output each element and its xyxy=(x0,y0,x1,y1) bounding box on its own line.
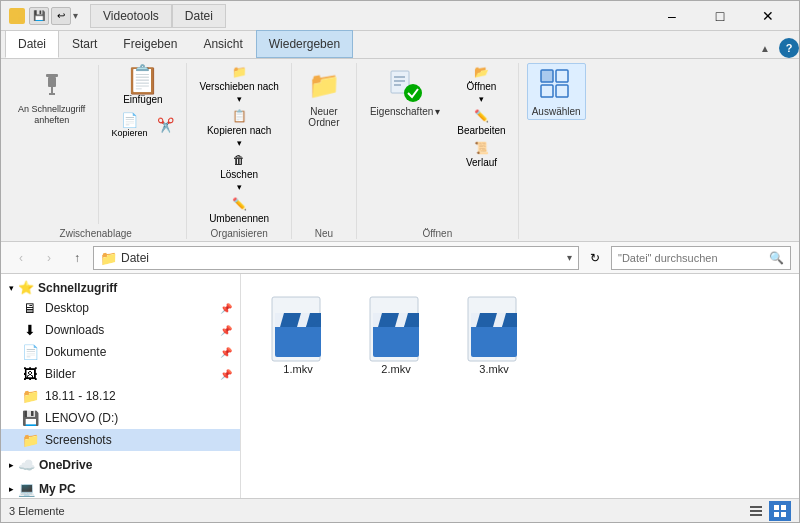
pin-icon xyxy=(34,66,70,102)
minimize-button[interactable]: – xyxy=(649,2,695,30)
svg-rect-14 xyxy=(541,70,553,82)
oeffnen-label: Öffnen xyxy=(467,81,497,92)
group-auswaehlen: Auswählen xyxy=(519,63,594,239)
up-button[interactable]: ↑ xyxy=(65,246,89,270)
status-text: 3 Elemente xyxy=(9,505,65,517)
svg-rect-42 xyxy=(774,505,779,510)
kopieren-button[interactable]: 📄 Kopieren xyxy=(107,110,151,140)
delete-label: Löschen xyxy=(220,169,258,180)
file-item-1mkv[interactable]: 1.mkv xyxy=(253,286,343,384)
titlebar-left: 💾 ↩ ▾ Videotools Datei xyxy=(9,4,226,28)
help-button[interactable]: ? xyxy=(779,38,799,58)
eigenschaften-arrow[interactable]: ▾ xyxy=(435,106,440,117)
customize-quick-btn[interactable]: ▾ xyxy=(73,10,78,21)
bilder-label: Bilder xyxy=(45,367,214,381)
tab-ansicht[interactable]: Ansicht xyxy=(190,30,255,58)
neuer-ordner-button[interactable]: 📁 NeuerOrdner xyxy=(300,63,348,131)
sidebar-item-bilder[interactable]: 🖼 Bilder 📌 xyxy=(1,363,240,385)
pin-to-quickaccess-button[interactable]: An Schnellzugriffanheften xyxy=(13,63,90,129)
svg-rect-41 xyxy=(750,514,762,516)
sidebar-item-desktop[interactable]: 🖥 Desktop 📌 xyxy=(1,297,240,319)
group-organisieren-items: 📁 Verschieben nach ▾ 📋 Kopieren nach ▾ 🗑… xyxy=(195,63,283,226)
ribbon: Datei Start Freigeben Ansicht Wiedergebe… xyxy=(1,31,799,242)
sidebar-item-screenshots[interactable]: 📁 Screenshots xyxy=(1,429,240,451)
oeffnen-button[interactable]: 📂 Öffnen ▾ xyxy=(453,63,509,106)
address-text: Datei xyxy=(121,251,149,265)
screenshots-label: Screenshots xyxy=(45,433,232,447)
close-button[interactable]: ✕ xyxy=(745,2,791,30)
refresh-button[interactable]: ↻ xyxy=(583,246,607,270)
content-area: 1.mkv 2.mkv xyxy=(241,274,799,498)
sidebar-section-mypc: ▸ 💻 My PC 🎮 3D-Objekte xyxy=(1,479,240,498)
eigenschaften-button[interactable]: Eigenschaften ▾ xyxy=(365,63,445,120)
sidebar-item-dokumente[interactable]: 📄 Dokumente 📌 xyxy=(1,341,240,363)
window-controls: – □ ✕ xyxy=(649,2,791,30)
view-buttons xyxy=(745,501,791,521)
tab-start[interactable]: Start xyxy=(59,30,110,58)
rename-icon: ✏️ xyxy=(232,197,247,211)
address-dropdown-arrow[interactable]: ▾ xyxy=(567,252,572,263)
tab-freigeben[interactable]: Freigeben xyxy=(110,30,190,58)
delete-button[interactable]: 🗑 Löschen ▾ xyxy=(195,151,283,194)
eigenschaften-label: Eigenschaften ▾ xyxy=(370,106,440,117)
svg-rect-43 xyxy=(781,505,786,510)
tab-wiedergeben[interactable]: Wiedergeben xyxy=(256,30,353,58)
ribbon-collapse-btn[interactable]: ▲ xyxy=(755,38,775,58)
zwischenablage-label: Zwischenablage xyxy=(60,228,132,239)
addressbar: ‹ › ↑ 📁 Datei ▾ ↻ 🔍 xyxy=(1,242,799,274)
quick-access-toolbar: 💾 ↩ ▾ xyxy=(29,7,78,25)
copy-to-button[interactable]: 📋 Kopieren nach ▾ xyxy=(195,107,283,150)
back-button[interactable]: ‹ xyxy=(9,246,33,270)
address-box[interactable]: 📁 Datei ▾ xyxy=(93,246,579,270)
undo-quick-btn[interactable]: ↩ xyxy=(51,7,71,25)
rename-button[interactable]: ✏️ Umbenennen xyxy=(195,195,283,226)
divider xyxy=(98,65,99,224)
dokumente-pin: 📌 xyxy=(220,347,232,358)
neu-label: Neu xyxy=(315,228,333,239)
downloads-icon: ⬇ xyxy=(21,322,39,338)
group-zwischenablage: An Schnellzugriffanheften 📋 Einfügen 📄 K xyxy=(5,63,187,239)
bearbeiten-icon: ✏️ xyxy=(474,109,489,123)
tab-videotools[interactable]: Videotools xyxy=(90,4,172,28)
sidebar-mypc-header[interactable]: ▸ 💻 My PC xyxy=(1,479,240,498)
file-icon-1mkv xyxy=(266,295,330,359)
desktop-icon: 🖥 xyxy=(21,300,39,316)
verlauf-label: Verlauf xyxy=(466,157,497,168)
maximize-button[interactable]: □ xyxy=(697,2,743,30)
ausschneiden-button[interactable]: ✂️ xyxy=(153,110,178,140)
sidebar-item-lenovo[interactable]: 💾 LENOVO (D:) xyxy=(1,407,240,429)
file-item-3mkv[interactable]: 3.mkv xyxy=(449,286,539,384)
search-input[interactable] xyxy=(618,252,769,264)
onedrive-cloud-icon: ☁️ xyxy=(18,457,35,473)
search-box[interactable]: 🔍 xyxy=(611,246,791,270)
dokumente-label: Dokumente xyxy=(45,345,214,359)
expand-schnellzugriff-icon: ▾ xyxy=(9,283,14,293)
oeffnen-icon: 📂 xyxy=(474,65,489,79)
save-quick-btn[interactable]: 💾 xyxy=(29,7,49,25)
schnellzugriff-star-icon: ⭐ xyxy=(18,280,34,295)
oeffnen-label: Öffnen xyxy=(422,228,452,239)
tab-datei[interactable]: Datei xyxy=(5,30,59,58)
bearbeiten-button[interactable]: ✏️ Bearbeiten xyxy=(453,107,509,138)
large-icons-view-button[interactable] xyxy=(769,501,791,521)
file-item-2mkv[interactable]: 2.mkv xyxy=(351,286,441,384)
sidebar-item-downloads[interactable]: ⬇ Downloads 📌 xyxy=(1,319,240,341)
sidebar-onedrive-header[interactable]: ▸ ☁️ OneDrive xyxy=(1,455,240,475)
forward-button[interactable]: › xyxy=(37,246,61,270)
copy-paste-group: 📋 Einfügen 📄 Kopieren ✂️ xyxy=(107,63,178,140)
sidebar-schnellzugriff-header[interactable]: ▾ ⭐ Schnellzugriff xyxy=(1,278,240,297)
ausschneiden-icon: ✂️ xyxy=(157,117,174,133)
svg-rect-15 xyxy=(556,70,568,82)
einfuegen-button[interactable]: 📋 Einfügen xyxy=(107,63,178,108)
verlauf-button[interactable]: 📜 Verlauf xyxy=(453,139,509,170)
auswaehlen-button[interactable]: Auswählen xyxy=(527,63,586,120)
sidebar-item-1811-1812[interactable]: 📁 18.11 - 18.12 xyxy=(1,385,240,407)
svg-rect-0 xyxy=(11,10,17,16)
auswaehlen-icon xyxy=(537,66,575,104)
downloads-label: Downloads xyxy=(45,323,214,337)
lenovo-label: LENOVO (D:) xyxy=(45,411,232,425)
move-to-button[interactable]: 📁 Verschieben nach ▾ xyxy=(195,63,283,106)
search-icon: 🔍 xyxy=(769,251,784,265)
group-auswaehlen-items: Auswählen xyxy=(527,63,586,237)
list-view-button[interactable] xyxy=(745,501,767,521)
